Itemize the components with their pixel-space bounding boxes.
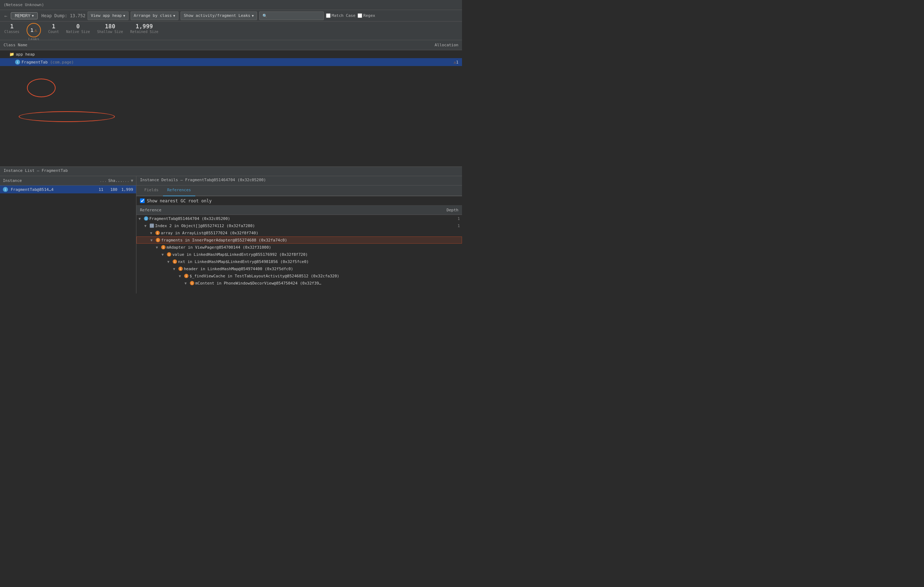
heap-dump-label: Heap Dump: 13.752 bbox=[41, 13, 86, 18]
ref-icon: i bbox=[178, 267, 183, 271]
ref-tree[interactable]: ▼ i FragmentTab@851464704 (0x32c05200) 1… bbox=[136, 215, 462, 294]
toolbar: ← MEMORY ▼ Heap Dump: 13.752 View app he… bbox=[0, 10, 462, 21]
ref-icon-orange: i bbox=[155, 231, 160, 235]
ref-icon: i bbox=[184, 274, 188, 278]
details-pane: Instance Details – FragmentTab@851464704… bbox=[136, 176, 462, 294]
stat-classes: 1 Classes bbox=[4, 23, 20, 34]
regex-checkbox[interactable]: Regex bbox=[358, 13, 375, 18]
tabs-bar: Fields References bbox=[136, 186, 462, 196]
warning-icon: ⚠ bbox=[34, 27, 37, 33]
main-content: Class Name Allocation 📁 app heap i Fragm… bbox=[0, 40, 462, 294]
ref-col-header: Reference Depth bbox=[136, 206, 462, 215]
show-leaks-dropdown[interactable]: Show activity/fragment Leaks ▼ bbox=[181, 12, 257, 20]
class-tree[interactable]: 📁 app heap i FragmentTab (com.page) ⚠1 bbox=[0, 50, 462, 167]
leaks-badge: 1 ⚠ bbox=[26, 23, 41, 37]
table-row[interactable]: i FragmentTab (com.page) ⚠1 bbox=[0, 58, 462, 66]
title-bar: (Netease Unknown) bbox=[0, 0, 462, 10]
stat-retained-size: 1,999 Retained Size bbox=[130, 23, 158, 34]
ref-row-4[interactable]: ▼ i mAdapter in ViewPager@854700144 (0x3… bbox=[136, 244, 462, 251]
match-case-checkbox[interactable]: Match Case bbox=[326, 13, 355, 18]
ref-icon-array: [] bbox=[150, 224, 154, 228]
class-table-header: Class Name Allocation bbox=[0, 40, 462, 50]
ref-icon: i bbox=[144, 216, 148, 221]
instance-body: Instance ... Sha... ... ▼ i FragmentTab@… bbox=[0, 176, 462, 294]
instance-list-header: Instance List – FragmentTab bbox=[0, 167, 462, 176]
tab-references[interactable]: References bbox=[163, 186, 195, 196]
ref-row-7[interactable]: ▼ i header in LinkedHashMap@854974400 (0… bbox=[136, 265, 462, 272]
ref-icon: i bbox=[190, 281, 194, 285]
details-header: Instance Details – FragmentTab@851464704… bbox=[136, 176, 462, 186]
class-table-pane: Class Name Allocation 📁 app heap i Fragm… bbox=[0, 40, 462, 167]
arrange-by-class-dropdown[interactable]: Arrange by class ▼ bbox=[131, 12, 178, 20]
gc-checkbox[interactable] bbox=[140, 198, 145, 203]
stats-bar: 1 Classes 1 ⚠ Leaks 1 Count 0 Native Siz… bbox=[0, 21, 462, 40]
stat-native-size: 0 Native Size bbox=[66, 23, 90, 34]
ref-icon: i bbox=[173, 259, 177, 264]
stat-shallow-size: 180 Shallow Size bbox=[97, 23, 123, 34]
ref-row-highlighted[interactable]: ▼ i fragments in InnerPagerAdapter@85527… bbox=[136, 236, 462, 244]
stat-count: 1 Count bbox=[48, 23, 59, 34]
table-row[interactable]: 📁 app heap bbox=[0, 50, 462, 58]
view-app-heap-dropdown[interactable]: View app heap ▼ bbox=[87, 12, 129, 20]
stat-leaks: 1 ⚠ Leaks bbox=[26, 23, 41, 41]
instance-rows[interactable]: i FragmentTab@8514…4 11 180 1,999 bbox=[0, 186, 136, 294]
ref-row-1[interactable]: ▼ [] Index 2 in Object[]@855274112 (0x32… bbox=[136, 222, 462, 229]
gc-checkbox-row: Show nearest GC root only bbox=[136, 196, 462, 206]
back-button[interactable]: ← bbox=[3, 12, 8, 20]
ref-row-2[interactable]: ▼ i array in ArrayList@855177024 (0x32f8… bbox=[136, 229, 462, 236]
ref-row-9[interactable]: ▼ i mContent in PhoneWindow$DecorView@85… bbox=[136, 280, 462, 287]
ref-icon-orange-fragments: i bbox=[156, 238, 160, 242]
search-input[interactable] bbox=[259, 12, 324, 20]
ref-row-6[interactable]: ▼ i nxt in LinkedHashMap$LinkedEntry@854… bbox=[136, 258, 462, 265]
ref-row-0[interactable]: ▼ i FragmentTab@851464704 (0x32c05200) 1 bbox=[136, 215, 462, 222]
memory-dropdown[interactable]: MEMORY ▼ bbox=[11, 12, 38, 20]
instance-icon: i bbox=[3, 187, 8, 192]
instance-icon: i bbox=[15, 59, 20, 64]
bottom-pane: Instance List – FragmentTab Instance ...… bbox=[0, 167, 462, 294]
sort-button[interactable]: ▼ bbox=[131, 178, 133, 183]
instance-col-header: Instance ... Sha... ... ▼ bbox=[0, 176, 136, 186]
ref-icon: i bbox=[167, 252, 171, 257]
folder-icon: 📁 bbox=[9, 52, 14, 57]
instance-list: Instance ... Sha... ... ▼ i FragmentTab@… bbox=[0, 176, 136, 294]
window-title: (Netease Unknown) bbox=[3, 3, 44, 7]
ref-icon: i bbox=[161, 245, 165, 249]
ref-row-5[interactable]: ▼ i value in LinkedHashMap$LinkedEntry@8… bbox=[136, 251, 462, 258]
tab-fields[interactable]: Fields bbox=[140, 186, 163, 196]
list-item[interactable]: i FragmentTab@8514…4 11 180 1,999 bbox=[0, 186, 136, 193]
ref-row-8[interactable]: ▼ i $_findViewCache in TestTabLayoutActi… bbox=[136, 272, 462, 280]
